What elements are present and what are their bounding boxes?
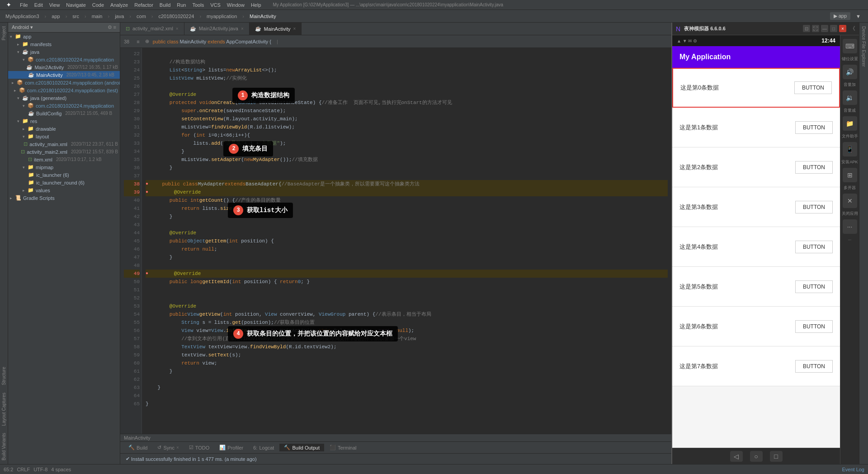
breadcrumb-mainactivity[interactable]: MainActivity <box>248 13 278 20</box>
bottom-tab-profiler[interactable]: 📊 Profiler <box>215 444 248 451</box>
list-row-1[interactable]: 这是第1条数据 BUTTON <box>672 108 840 147</box>
breadcrumb-src[interactable]: src <box>71 13 81 20</box>
tree-item-mipmap[interactable]: ▾ 📁 mipmap <box>8 163 120 171</box>
menu-view[interactable]: View <box>47 1 63 9</box>
tree-item-app[interactable]: ▾ 📁 app <box>8 33 120 40</box>
list-row-4[interactable]: 这是第4条数据 BUTTON <box>672 227 840 267</box>
list-row-button-3[interactable]: BUTTON <box>795 201 833 213</box>
structure-btn[interactable]: ≡ <box>135 38 141 45</box>
breadcrumb-main[interactable]: main <box>90 13 104 20</box>
menu-vcs[interactable]: VCS <box>208 1 223 9</box>
navigate-btn[interactable]: ⊕ <box>143 38 151 45</box>
breadcrumb-package[interactable]: c201801020224 <box>156 13 196 20</box>
bottom-tab-build-output[interactable]: 🔨 Build Output <box>279 444 324 451</box>
menu-file[interactable]: File <box>17 1 31 9</box>
tree-item-manifests[interactable]: ▸ 📁 manifests <box>8 40 120 48</box>
menu-build[interactable]: Build <box>157 1 173 9</box>
bottom-tab-terminal[interactable]: ⬛ Terminal <box>325 444 361 451</box>
list-row-button-1[interactable]: BUTTON <box>795 121 833 134</box>
list-row-button-6[interactable]: BUTTON <box>795 320 833 333</box>
tree-item-item-xml[interactable]: ⊡ item.xml 2020/7/13 0:17, 1.2 kB <box>8 156 120 163</box>
nox-minimize-btn[interactable]: — <box>821 25 828 32</box>
nox-back-btn[interactable]: ◁ <box>730 451 743 462</box>
menu-navigate[interactable]: Navigate <box>63 1 88 9</box>
event-log[interactable]: Event Log <box>842 467 864 472</box>
tree-item-activity-main2-xml[interactable]: ⊡ activity_main2.xml 2020/7/12 15:57, 83… <box>8 148 120 156</box>
side-label-build-variants[interactable]: Build Variants <box>0 429 8 464</box>
right-explorer-label[interactable]: Device File Explorer <box>859 23 868 70</box>
side-label-structure[interactable]: Structure <box>0 363 8 389</box>
tree-settings[interactable]: ⚙ ≡ <box>108 24 116 30</box>
nox-vol-down-btn[interactable]: 🔉 <box>843 90 857 105</box>
tab-activity-main2-xml[interactable]: ⊡ activity_main2.xml × <box>120 23 184 35</box>
tree-item-package-test[interactable]: ▸ 📦 com.c201801020224.myapplication (tes… <box>8 86 120 94</box>
nox-close-btn[interactable]: × <box>839 25 846 32</box>
list-row-2[interactable]: 这是第2条数据 BUTTON <box>672 147 840 187</box>
nox-close-app-btn[interactable]: ✕ <box>843 194 857 208</box>
tree-item-main2activity[interactable]: ☕ Main2Activity 2020/7/12 16:35, 1.17 kB <box>8 63 120 71</box>
list-row-button-0[interactable]: BUTTON <box>794 81 832 94</box>
tab-main2activity[interactable]: ☕ Main2Activity.java × <box>184 23 250 35</box>
nox-expand-btn[interactable]: ⊡ <box>803 25 810 32</box>
run-config[interactable]: ▶ app <box>830 12 850 20</box>
list-row-button-2[interactable]: BUTTON <box>795 161 833 174</box>
tree-item-gradle-scripts[interactable]: ▸ 📜 Gradle Scripts <box>8 194 120 202</box>
menu-edit[interactable]: Edit <box>32 1 46 9</box>
bottom-tab-build-sync[interactable]: 🔨 Build <box>124 444 152 451</box>
list-row-0[interactable]: 这是第0条数据 BUTTON <box>672 68 840 108</box>
nox-fullscreen-btn[interactable]: ⛶ <box>812 25 819 32</box>
tree-item-java[interactable]: ▾ ☕ java <box>8 48 120 56</box>
tree-item-values[interactable]: ▸ 📁 values <box>8 186 120 194</box>
side-label-project[interactable]: Project <box>0 23 8 44</box>
menu-analyze[interactable]: Analyze <box>108 1 131 9</box>
tree-item-buildconfig[interactable]: ☕ BuildConfig 2020/7/12 15:05, 469 B <box>8 109 120 117</box>
tree-item-mainactivity[interactable]: ☕ MainActivity 2020/7/13 0:45, 2.18 kB <box>8 71 120 79</box>
tree-item-res[interactable]: ▾ 📁 res <box>8 117 120 125</box>
sync-close[interactable]: × <box>176 445 179 450</box>
nox-pin-btn[interactable]: 《 <box>850 25 855 33</box>
bottom-tab-todo[interactable]: ☑ TODO <box>184 444 214 451</box>
bottom-tab-sync[interactable]: ↺ Sync × <box>153 444 183 451</box>
tree-item-package-main[interactable]: ▾ 📦 com.c201801020224.myapplication <box>8 56 120 63</box>
nox-more-btn[interactable]: ··· <box>843 219 857 234</box>
list-row-5[interactable]: 这是第5条数据 BUTTON <box>672 267 840 307</box>
nox-vol-up-btn[interactable]: 🔊 <box>843 65 857 79</box>
list-row-6[interactable]: 这是第6条数据 BUTTON <box>672 307 840 346</box>
tree-item-java-generated[interactable]: ▾ ☕ java (generated) <box>8 94 120 102</box>
list-row-button-7[interactable]: BUTTON <box>795 360 833 373</box>
nox-kb-btn[interactable]: ⌨ <box>843 39 857 53</box>
list-row-button-5[interactable]: BUTTON <box>795 280 833 293</box>
nox-file-btn[interactable]: 📁 <box>843 116 857 131</box>
tree-item-layout[interactable]: ▾ 📁 layout <box>8 133 120 140</box>
breadcrumb-app[interactable]: app <box>50 13 61 20</box>
menu-code[interactable]: Code <box>90 1 107 9</box>
side-label-layout-captures[interactable]: Layout Captures <box>0 389 8 429</box>
bottom-tab-logcat[interactable]: 6: Logcat <box>249 444 278 451</box>
menu-tools[interactable]: Tools <box>189 1 207 9</box>
nox-multi-btn[interactable]: ⊞ <box>843 168 857 182</box>
list-row-button-4[interactable]: BUTTON <box>795 241 833 253</box>
menu-run[interactable]: Run <box>174 1 189 9</box>
run-config-dropdown[interactable]: ▼ <box>854 13 863 20</box>
breadcrumb-java[interactable]: java <box>113 13 126 20</box>
nox-home-btn[interactable]: ○ <box>750 451 763 462</box>
list-row-3[interactable]: 这是第3条数据 BUTTON <box>672 187 840 227</box>
tree-item-ic-launcher-round[interactable]: 📁 ic_launcher_round (6) <box>8 179 120 186</box>
nox-apk-btn[interactable]: 📱 <box>843 142 857 156</box>
breadcrumb-myapplication[interactable]: myapplication <box>205 13 239 20</box>
menu-window[interactable]: Window <box>224 1 247 9</box>
list-row-7[interactable]: 这是第7条数据 BUTTON <box>672 346 840 386</box>
nox-restore-btn[interactable]: □ <box>830 25 837 32</box>
tree-item-package-gen[interactable]: ▾ 📦 com.c201801020224.myapplication <box>8 102 120 109</box>
breadcrumb-com[interactable]: com <box>135 13 148 20</box>
tree-item-package-androidtest[interactable]: ▸ 📦 com.c201801020224.myapplication (and… <box>8 79 120 86</box>
tab-mainactivity[interactable]: ☕ MainActivity × <box>250 23 302 35</box>
tree-item-activity-main-xml[interactable]: ⊡ activity_main.xml 2020/7/12 23:37, 611… <box>8 140 120 148</box>
menu-refactor[interactable]: Refactor <box>132 1 156 9</box>
android-content[interactable]: 这是第0条数据 BUTTON 这是第1条数据 BUTTON 这是第2条数据 BU… <box>672 68 840 448</box>
code-content[interactable]: //构造数据结构 List<String> lists=new ArrayLis… <box>142 48 671 434</box>
tree-item-drawable[interactable]: ▸ 📁 drawable <box>8 125 120 133</box>
menu-help[interactable]: Help <box>248 1 264 9</box>
breadcrumb-project[interactable]: MyApplication3 <box>4 13 41 20</box>
tree-item-ic-launcher[interactable]: 📁 ic_launcher (6) <box>8 171 120 179</box>
